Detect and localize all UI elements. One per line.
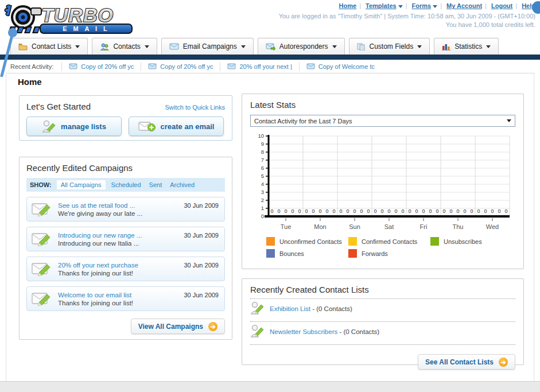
svg-text:0: 0 — [422, 208, 425, 214]
svg-text:9: 9 — [261, 141, 264, 147]
svg-text:0: 0 — [346, 208, 349, 214]
svg-text:6: 6 — [261, 165, 264, 171]
svg-text:0: 0 — [380, 208, 383, 214]
app-window: TURBO E M A I L Home| Templates| Forms| … — [0, 0, 540, 392]
recent-activity-item[interactable]: Copy of 20% off yc — [141, 62, 220, 71]
campaign-subtitle: Introducing our new Italia ... — [58, 239, 142, 247]
filter-all-campaigns[interactable]: All Campaigns — [57, 180, 106, 189]
tab-label: Custom Fields — [370, 42, 414, 51]
top-navigation: Home| Templates| Forms| My Account| Logo… — [339, 2, 535, 9]
stats-period-select[interactable]: Contact Activity for the Last 7 Days — [250, 115, 515, 127]
recent-activity-item[interactable]: 20% off your next | — [220, 62, 298, 71]
campaign-filter-bar: SHOW: All Campaigns Scheduled Sent Archi… — [26, 178, 225, 192]
svg-text:0: 0 — [449, 208, 452, 214]
nav-my-account-link[interactable]: My Account — [446, 2, 482, 9]
contact-list-link[interactable]: Newsletter Subscribers — [270, 328, 337, 335]
create-email-label: create an email — [161, 122, 215, 131]
tab-autoresponders[interactable]: Autoresponders — [258, 38, 345, 55]
nav-forms-link[interactable]: Forms — [412, 2, 432, 9]
envelope-icon — [69, 63, 77, 69]
contact-list-item[interactable]: Newsletter Subscribers - (0 Contacts) — [250, 322, 515, 340]
page-title: Home — [18, 77, 42, 87]
tab-custom-fields[interactable]: Custom Fields — [349, 38, 430, 55]
campaign-title-link[interactable]: Welcome to our email list — [58, 291, 133, 299]
see-all-contact-lists-label: See All Contact Lists — [425, 358, 494, 366]
stats-chart: 012345678910Tue00000Mon00000Sun00000Sat0… — [250, 131, 515, 234]
campaign-subtitle: Thanks for joining our list! — [58, 269, 138, 277]
svg-text:Sat: Sat — [384, 223, 394, 230]
tab-contact-lists[interactable]: Contact Lists — [10, 38, 88, 55]
campaign-title-link[interactable]: 20% off your next purchase — [58, 261, 138, 269]
nav-home-link[interactable]: Home — [339, 2, 357, 9]
create-email-button[interactable]: create an email — [129, 117, 224, 136]
svg-text:E M A I L: E M A I L — [63, 25, 110, 32]
recent-activity-bar: Recent Activity: Copy of 20% off yc Copy… — [0, 60, 540, 73]
nav-templates-link[interactable]: Templates — [366, 2, 397, 9]
svg-text:8: 8 — [261, 149, 264, 155]
contact-list-link[interactable]: Exhibition List — [270, 305, 310, 312]
svg-text:0: 0 — [374, 208, 376, 214]
svg-text:0: 0 — [277, 208, 280, 214]
chevron-down-icon — [75, 45, 80, 48]
filter-scheduled[interactable]: Scheduled — [111, 181, 141, 188]
envelope-pencil-icon — [32, 201, 52, 217]
folder-icon — [18, 43, 28, 51]
stats-period-value: Contact Activity for the Last 7 Days — [254, 118, 352, 125]
dotted-divider — [250, 344, 515, 345]
svg-text:0: 0 — [504, 208, 507, 214]
campaign-title-link[interactable]: Introducing our new range ... — [58, 231, 142, 239]
legend-swatch — [266, 237, 275, 246]
legend-label: Unsubscribes — [444, 238, 482, 245]
svg-text:5: 5 — [261, 173, 264, 179]
nav-logout-link[interactable]: Logout — [491, 2, 512, 9]
campaign-row[interactable]: 20% off your next purchase Thanks for jo… — [26, 257, 225, 281]
person-pencil-icon — [250, 301, 264, 315]
tab-label: Contacts — [113, 42, 140, 51]
svg-text:2: 2 — [261, 197, 264, 203]
switch-quick-links-link[interactable]: Switch to Quick Links — [165, 104, 225, 111]
turbo-email-logo: TURBO E M A I L — [3, 1, 141, 36]
autoresponder-icon — [266, 43, 275, 51]
envelope-plus-icon — [138, 121, 156, 132]
login-status-text: You are logged in as "Timothy Smith" | S… — [279, 12, 535, 21]
campaign-subtitle: Thanks for joining our list! — [58, 299, 133, 307]
contact-list-count: - (0 Contacts) — [310, 305, 352, 312]
tab-email-campaigns[interactable]: Email Campaigns — [161, 38, 254, 55]
envelope-icon — [169, 43, 179, 50]
campaign-subtitle: We're giving away our late ... — [58, 209, 142, 218]
svg-text:0: 0 — [261, 213, 264, 219]
recent-activity-item[interactable]: Copy of Welcome tc — [299, 62, 382, 71]
filter-archived[interactable]: Archived — [170, 181, 195, 188]
envelope-icon — [306, 63, 315, 69]
tab-contacts[interactable]: Contacts — [92, 38, 157, 55]
chevron-down-icon — [332, 45, 337, 48]
campaigns-panel: Recently Edited Campaigns SHOW: All Camp… — [19, 157, 232, 340]
campaign-date: 30 Jun 2009 — [184, 232, 219, 239]
svg-text:Mon: Mon — [314, 223, 326, 230]
campaign-row[interactable]: Introducing our new range ... Introducin… — [26, 227, 225, 251]
tab-statistics[interactable]: Statistics — [434, 38, 499, 55]
svg-text:1: 1 — [261, 205, 264, 211]
svg-text:0: 0 — [463, 208, 466, 214]
contact-lists-panel: Recently Created Contact Lists Exhibitio… — [242, 278, 524, 365]
svg-text:0: 0 — [401, 208, 404, 214]
see-all-contact-lists-button[interactable]: See All Contact Lists ➔ — [418, 354, 515, 370]
svg-text:0: 0 — [360, 208, 363, 214]
manage-lists-button[interactable]: manage lists — [26, 117, 122, 136]
view-all-campaigns-button[interactable]: View All Campaigns ➔ — [131, 319, 225, 334]
recent-activity-item[interactable]: Copy of 20% off yc — [61, 62, 141, 71]
recent-activity-link: 20% off your next | — [239, 63, 292, 70]
svg-text:0: 0 — [291, 208, 294, 214]
chevron-down-icon — [433, 5, 437, 8]
svg-text:0: 0 — [298, 208, 301, 214]
campaign-title-link[interactable]: See us at the retail food ... — [58, 201, 142, 209]
campaign-row[interactable]: See us at the retail food ... We're givi… — [26, 197, 225, 222]
contact-list-item[interactable]: Exhibition List - (0 Contacts) — [250, 299, 515, 317]
view-all-campaigns-label: View All Campaigns — [138, 323, 203, 331]
legend-swatch — [430, 237, 439, 246]
campaign-row[interactable]: Welcome to our email list Thanks for joi… — [26, 286, 225, 311]
svg-text:Fri: Fri — [420, 223, 428, 230]
legend-label: Forwards — [362, 250, 388, 257]
manage-lists-label: manage lists — [61, 122, 106, 131]
filter-sent[interactable]: Sent — [149, 181, 162, 188]
